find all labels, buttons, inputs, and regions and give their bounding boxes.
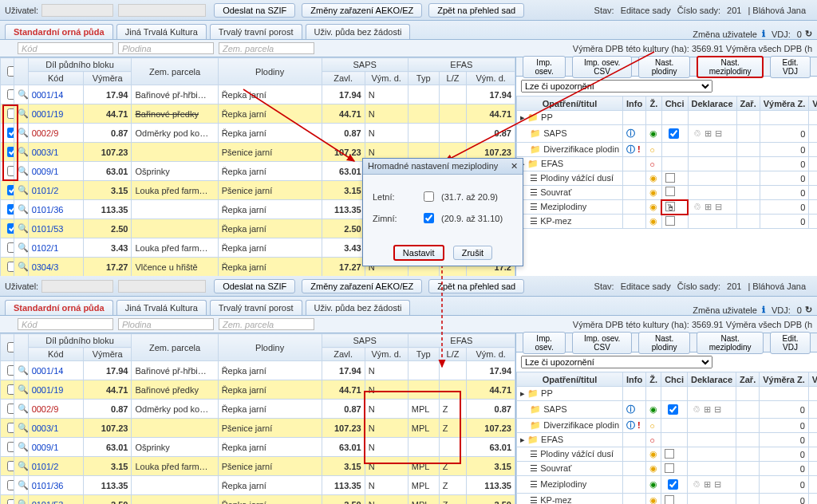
kod-link[interactable]: 0001/14 — [32, 90, 64, 100]
tree-row-efas[interactable]: ▸ 📁EFAS○0 — [517, 157, 818, 171]
chk2-mz[interactable] — [668, 479, 678, 490]
zoom-icon[interactable]: 🔍 — [14, 162, 28, 181]
hdr-typ[interactable]: Typ — [408, 72, 439, 85]
kod-link[interactable]: 0101/2 — [32, 186, 59, 195]
kod-link[interactable]: 0101/36 — [32, 481, 64, 490]
table-row[interactable]: 🔍0101/23.15Louka před farm…Pšenice jarní… — [1, 457, 515, 476]
zoom-icon[interactable]: 🔍 — [14, 495, 28, 505]
tree2-souvrat[interactable]: ☰ Souvrať◉0 — [517, 462, 818, 476]
table-row[interactable]: 🔍0101/532.50Řepka jarní2.50NMPLZ2.50 — [1, 495, 515, 505]
table-row[interactable]: 🔍0001/1944.71Bařinové předkyŘepka jarní4… — [1, 380, 515, 400]
hdr-plod[interactable]: Plodiny — [218, 58, 322, 85]
th-zar[interactable]: Zař. — [736, 96, 760, 111]
table-row[interactable]: 🔍0009/163.01OšprinkyŘepka jarní63.01N63.… — [1, 438, 515, 457]
hdr-vymd[interactable]: Vým. d. — [365, 72, 408, 85]
th-z[interactable]: Ž. — [646, 96, 662, 111]
refresh-icon[interactable]: ↻ — [805, 29, 812, 39]
tree2-plodiny[interactable]: ☰ Plodiny vážící dusí◉0 — [517, 447, 818, 462]
table-row[interactable]: 🔍0002/90.87Odměrky pod ko…Řepka jarní0.8… — [1, 124, 515, 143]
imp-osev-button[interactable]: Imp. osev. — [523, 56, 566, 78]
chk2-sv[interactable] — [665, 463, 674, 473]
hdr-typ-2[interactable]: Typ — [408, 348, 439, 361]
hdr-vymera-2[interactable]: Výměra — [83, 348, 132, 361]
zoom-icon[interactable]: 🔍 — [14, 181, 28, 200]
kod-link[interactable]: 0002/9 — [32, 404, 59, 414]
tab-standard-orna[interactable]: Standardní orná půda — [5, 24, 113, 39]
th-vymd[interactable]: Výměra D. — [809, 96, 817, 111]
hdr-plod-2[interactable]: Plodiny — [218, 334, 322, 361]
nast-meziplodiny-button[interactable]: Nast. meziplodiny — [697, 56, 764, 78]
tab-trvaly-2[interactable]: Trvalý travní porost — [210, 300, 302, 315]
zoom-icon[interactable]: 🔍 — [14, 457, 28, 476]
imp-osev-csv-button[interactable]: Imp. osev. CSV — [572, 56, 632, 78]
th2-h[interactable]: Výměra D. — [808, 372, 817, 387]
chk-plodiny[interactable] — [665, 173, 675, 183]
nast-plodiny-button-2[interactable]: Nast. plodiny — [638, 332, 690, 354]
zoom-icon[interactable]: 🔍 — [14, 476, 28, 495]
row-checkbox[interactable] — [7, 223, 14, 234]
filter-zem-2[interactable]: Zem. parcela — [219, 318, 314, 330]
row-checkbox[interactable] — [7, 166, 14, 176]
dlg-ok-button[interactable]: Nastavit — [393, 245, 444, 261]
table-row[interactable]: 🔍0001/1417.94Bařinové př-hřbi…Řepka jarn… — [1, 361, 515, 380]
filter-kod[interactable]: Kód — [18, 42, 113, 54]
zoom-icon[interactable]: 🔍 — [14, 200, 28, 219]
tree-row-div[interactable]: 📁Diverzifikace plodinⓘ !○0 — [517, 143, 818, 157]
edit-vdj-button[interactable]: Edit. VDJ — [770, 56, 811, 78]
hdr-kod-2[interactable]: Kód — [28, 348, 83, 361]
tab-jina-trvala[interactable]: Jiná Trvalá Kultura — [116, 24, 207, 39]
filter-plodina[interactable]: Plodina — [118, 42, 214, 54]
filter-zem[interactable]: Zem. parcela — [219, 42, 314, 54]
tab-trvaly-travni[interactable]: Trvalý travní porost — [210, 24, 302, 39]
hdr-lz[interactable]: L/Z — [439, 72, 467, 85]
row-checkbox[interactable] — [7, 404, 14, 414]
filter-plodina-2[interactable]: Plodina — [118, 318, 214, 330]
tree-row-kpmez[interactable]: ☰ KP-mez◉0 — [517, 215, 818, 229]
tree-row-souvrat[interactable]: ☰ Souvrať◉0 — [517, 186, 818, 200]
zoom-icon[interactable]: 🔍 — [14, 380, 28, 400]
th2-d[interactable]: Chci — [661, 372, 688, 387]
th2-c[interactable]: Ž. — [646, 372, 661, 387]
th2-g[interactable]: Výměra Z. — [760, 372, 809, 387]
zoom-icon[interactable]: 🔍 — [14, 438, 28, 457]
th2-a[interactable]: Opatření/titul — [517, 372, 623, 387]
tree-row-pp[interactable]: ▸ 📁PP — [517, 111, 818, 125]
kod-link[interactable]: 0001/14 — [32, 366, 64, 376]
nast-plodiny-button[interactable]: Nast. plodiny — [638, 56, 690, 78]
tree2-kpmez[interactable]: ☰ KP-mez◉00 — [517, 494, 818, 505]
changes-aeko-button[interactable]: Změny zařazení AEKO/EZ — [302, 3, 422, 18]
hdr-zem-2[interactable]: Zem. parcela — [132, 334, 218, 361]
th2-f[interactable]: Zař. — [736, 372, 760, 387]
hdr-zem[interactable]: Zem. parcela — [132, 58, 218, 85]
back-overview-button[interactable]: Zpět na přehled sad — [428, 3, 524, 18]
kod-link[interactable]: 0101/36 — [32, 205, 64, 215]
table-row[interactable]: 🔍0001/1417.94Bařinové př-hřbi…Řepka jarn… — [1, 85, 515, 104]
chk-souvrat[interactable] — [665, 187, 675, 196]
row-checkbox[interactable] — [7, 89, 14, 100]
hdr-lz-2[interactable]: L/Z — [439, 348, 467, 361]
row-checkbox[interactable] — [7, 108, 14, 119]
zoom-icon[interactable]: 🔍 — [14, 85, 28, 104]
hdr-zavl[interactable]: Zavl. — [322, 72, 365, 85]
tab-uziv-puda[interactable]: Uživ. půda bez žádosti — [306, 24, 411, 39]
tree-row-saps[interactable]: 📁SAPSⓘ◉♲⊞⊟03575.02 — [517, 125, 818, 143]
kod-link[interactable]: 0003/1 — [32, 148, 59, 157]
changes-aeko-button-2[interactable]: Změny zařazení AEKO/EZ — [302, 279, 422, 293]
tree-row-plodiny[interactable]: ☰ Plodiny vážící dusí◉0 — [517, 171, 818, 186]
hdr-vymd-2a[interactable]: Vým. d. — [365, 348, 408, 361]
zoom-icon[interactable]: 🔍 — [14, 361, 28, 380]
nast-meziplodiny-button-2[interactable]: Nast. meziplodiny — [697, 332, 764, 354]
th-info[interactable]: Info — [623, 96, 646, 111]
kod-link[interactable]: 0002/9 — [32, 128, 59, 138]
table-row[interactable]: 🔍0003/1107.23Pšenice jarní107.23NMPLZ107… — [1, 419, 515, 438]
th-dekl[interactable]: Deklarace — [688, 96, 736, 111]
table-row[interactable]: 🔍0002/90.87Odměrky pod ko…Řepka jarní0.8… — [1, 400, 515, 419]
change-user-link[interactable]: Změna uživatele — [693, 30, 757, 39]
imp-osev-button-2[interactable]: Imp. osev. — [523, 332, 566, 354]
table-row[interactable]: 🔍0101/36113.35Řepka jarní113.35NMPLZ113.… — [1, 476, 515, 495]
zoom-icon[interactable]: 🔍 — [14, 400, 28, 419]
zoom-icon[interactable]: 🔍 — [14, 238, 28, 258]
hdr-zavl-2[interactable]: Zavl. — [322, 348, 365, 361]
tree2-saps[interactable]: 📁SAPSⓘ◉♲⊞⊟03575.02 — [517, 401, 818, 419]
hdr-sel-all-2[interactable] — [1, 334, 14, 361]
